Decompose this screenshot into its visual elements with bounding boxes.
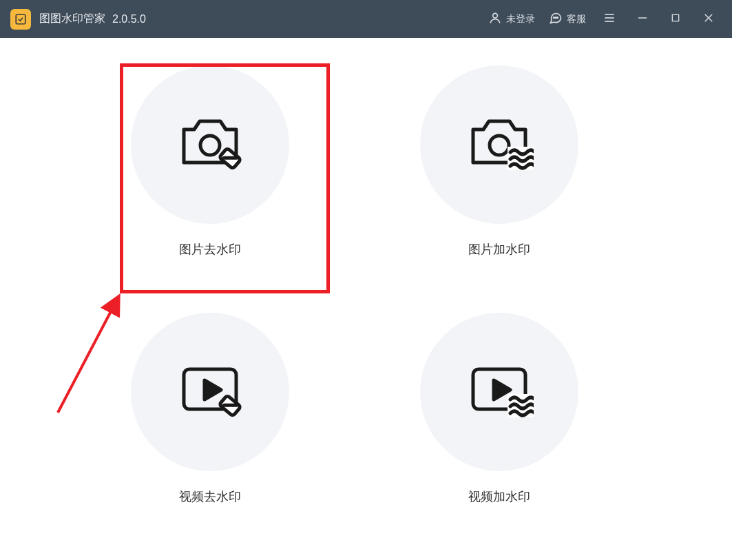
svg-point-2 xyxy=(554,17,555,19)
video-erase-icon xyxy=(176,360,244,424)
svg-point-4 xyxy=(557,17,558,19)
svg-rect-0 xyxy=(16,14,25,24)
close-icon xyxy=(702,12,715,27)
tile-label: 视频去水印 xyxy=(179,488,241,505)
svg-point-3 xyxy=(555,17,556,19)
camera-erase-icon xyxy=(176,112,244,177)
menu-icon xyxy=(603,11,616,28)
minimize-button[interactable] xyxy=(626,0,659,38)
support-button[interactable]: 客服 xyxy=(542,0,593,38)
tile-circle xyxy=(131,65,289,224)
content-area: 图片去水印 图片加水印 xyxy=(0,38,732,560)
feature-grid: 图片去水印 图片加水印 xyxy=(124,65,585,505)
app-version: 2.0.5.0 xyxy=(112,13,146,25)
tile-add-video-watermark[interactable]: 视频加水印 xyxy=(413,313,585,505)
menu-button[interactable] xyxy=(593,0,626,38)
login-label: 未登录 xyxy=(506,13,535,25)
maximize-icon xyxy=(670,12,681,26)
svg-point-12 xyxy=(200,136,220,155)
maximize-button[interactable] xyxy=(659,0,692,38)
tile-label: 图片加水印 xyxy=(468,241,530,258)
svg-point-1 xyxy=(493,13,498,18)
titlebar: 图图水印管家 2.0.5.0 未登录 客服 xyxy=(0,0,732,38)
login-button[interactable]: 未登录 xyxy=(481,0,542,38)
svg-rect-9 xyxy=(672,14,678,21)
tile-circle xyxy=(420,65,578,224)
tile-add-image-watermark[interactable]: 图片加水印 xyxy=(413,65,585,258)
tile-label: 图片去水印 xyxy=(179,241,241,258)
chat-icon xyxy=(549,11,563,27)
minimize-icon xyxy=(636,12,649,27)
tile-remove-video-watermark[interactable]: 视频去水印 xyxy=(124,313,296,505)
close-button[interactable] xyxy=(692,0,725,38)
app-title: 图图水印管家 xyxy=(39,12,105,26)
tile-remove-image-watermark[interactable]: 图片去水印 xyxy=(124,65,296,258)
support-label: 客服 xyxy=(567,13,586,25)
tile-circle xyxy=(131,313,289,471)
app-logo-icon xyxy=(10,9,31,30)
tile-circle xyxy=(420,313,578,471)
camera-waves-icon xyxy=(465,112,534,177)
video-waves-icon xyxy=(465,360,534,424)
user-icon xyxy=(488,11,502,27)
svg-point-15 xyxy=(490,136,509,155)
tile-label: 视频加水印 xyxy=(468,488,530,505)
